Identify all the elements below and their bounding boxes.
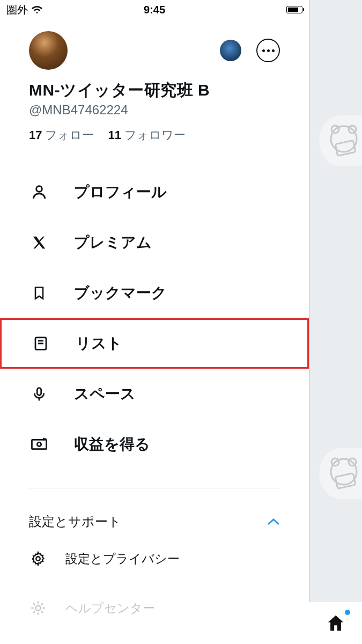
wifi-icon bbox=[31, 5, 43, 14]
battery-icon bbox=[286, 6, 302, 13]
menu-monetization[interactable]: 収益を得る bbox=[0, 419, 309, 470]
home-icon bbox=[327, 614, 345, 632]
menu-label: リスト bbox=[76, 333, 122, 354]
follow-stats: 17フォロー 11フォロワー bbox=[0, 127, 309, 167]
more-button[interactable] bbox=[256, 39, 280, 62]
sub-label: 設定とプライバシー bbox=[65, 551, 180, 567]
mic-icon bbox=[30, 385, 48, 403]
help-center[interactable]: ヘルプセンター bbox=[0, 587, 309, 629]
side-drawer: MN-ツイッター研究班 B @MNB47462224 17フォロー 11フォロワ… bbox=[0, 19, 309, 644]
list-icon bbox=[32, 334, 50, 353]
svg-point-0 bbox=[36, 186, 42, 192]
svg-line-16 bbox=[34, 611, 35, 612]
menu-label: 収益を得る bbox=[74, 434, 150, 455]
avatar[interactable] bbox=[29, 31, 68, 70]
menu-label: プロフィール bbox=[74, 182, 167, 202]
svg-point-7 bbox=[37, 442, 41, 446]
menu-lists[interactable]: リスト bbox=[0, 318, 309, 369]
svg-point-8 bbox=[36, 557, 40, 560]
menu-premium[interactable]: プレミアム bbox=[0, 217, 309, 268]
main-menu: プロフィール プレミアム ブックマーク リスト bbox=[0, 167, 309, 470]
mascot-icon bbox=[319, 115, 362, 166]
display-name[interactable]: MN-ツイッター研究班 B bbox=[0, 70, 309, 103]
mascot-icon bbox=[319, 448, 362, 499]
menu-profile[interactable]: プロフィール bbox=[0, 167, 309, 217]
following-link[interactable]: 17フォロー bbox=[29, 127, 94, 143]
ellipsis-icon bbox=[262, 49, 275, 52]
secondary-avatar[interactable] bbox=[220, 40, 241, 61]
person-icon bbox=[30, 183, 48, 201]
svg-line-17 bbox=[41, 604, 42, 605]
home-tab[interactable] bbox=[309, 602, 362, 644]
menu-label: プレミアム bbox=[74, 232, 152, 253]
sun-icon bbox=[30, 600, 46, 616]
menu-bookmarks[interactable]: ブックマーク bbox=[0, 268, 309, 318]
notification-dot bbox=[345, 610, 350, 615]
x-icon bbox=[30, 233, 48, 252]
carrier-label: 圏外 bbox=[6, 3, 28, 17]
handle[interactable]: @MNB47462224 bbox=[0, 103, 309, 127]
money-icon bbox=[30, 435, 48, 453]
settings-privacy[interactable]: 設定とプライバシー bbox=[0, 538, 309, 580]
status-bar: 圏外 9:45 bbox=[0, 0, 309, 19]
background-overlay[interactable] bbox=[309, 0, 362, 644]
svg-line-14 bbox=[34, 604, 35, 605]
svg-rect-4 bbox=[37, 388, 41, 396]
followers-link[interactable]: 11フォロワー bbox=[108, 127, 185, 143]
svg-point-9 bbox=[35, 605, 40, 610]
support-title: 設定とサポート bbox=[29, 513, 121, 530]
bookmark-icon bbox=[30, 284, 48, 302]
chevron-up-icon bbox=[267, 518, 280, 525]
svg-point-22 bbox=[331, 459, 357, 485]
menu-spaces[interactable]: スペース bbox=[0, 369, 309, 419]
clock: 9:45 bbox=[144, 4, 165, 16]
menu-label: スペース bbox=[74, 384, 136, 404]
svg-line-15 bbox=[41, 611, 42, 612]
support-header[interactable]: 設定とサポート bbox=[0, 513, 309, 530]
svg-rect-6 bbox=[32, 440, 46, 449]
sub-label: ヘルプセンター bbox=[65, 600, 155, 617]
divider bbox=[29, 488, 280, 488]
svg-point-18 bbox=[331, 126, 357, 152]
gear-icon bbox=[30, 551, 46, 567]
menu-label: ブックマーク bbox=[74, 283, 167, 303]
